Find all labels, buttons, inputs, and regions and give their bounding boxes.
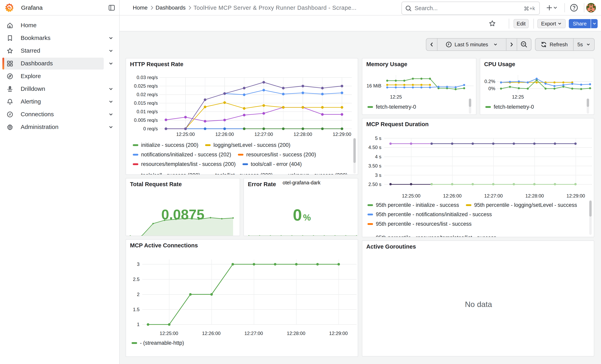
svg-text:0.02 req/s: 0.02 req/s [137, 92, 158, 97]
svg-text:12:26:00: 12:26:00 [202, 331, 220, 336]
svg-text:12:27:00: 12:27:00 [244, 331, 263, 336]
svg-text:4.50 s: 4.50 s [369, 145, 381, 150]
svg-text:12:29:00: 12:29:00 [566, 193, 585, 198]
svg-text:3: 3 [137, 261, 140, 267]
svg-text:16 MiB: 16 MiB [367, 83, 381, 89]
svg-text:12:25: 12:25 [512, 94, 524, 99]
svg-text:0.03 req/s: 0.03 req/s [137, 75, 158, 80]
svg-text:12:28:00: 12:28:00 [293, 132, 312, 137]
svg-text:0%: 0% [488, 86, 495, 91]
svg-text:12:27:00: 12:27:00 [484, 193, 503, 198]
svg-text:12:25:00: 12:25:00 [402, 193, 420, 198]
svg-text:12:25:00: 12:25:00 [176, 132, 195, 137]
svg-text:2.5: 2.5 [133, 276, 140, 282]
svg-text:0.01 req/s: 0.01 req/s [137, 109, 158, 114]
svg-text:12:29:00: 12:29:00 [329, 331, 348, 336]
svg-text:12:29:00: 12:29:00 [333, 132, 351, 137]
svg-text:12:25:00: 12:25:00 [160, 331, 178, 336]
svg-text:1.5: 1.5 [133, 307, 140, 312]
svg-text:12:28:00: 12:28:00 [287, 331, 305, 336]
svg-text:5 s: 5 s [375, 136, 381, 141]
svg-text:3.50 s: 3.50 s [369, 163, 381, 168]
svg-text:0.025 req/s: 0.025 req/s [134, 83, 158, 89]
svg-text:0.2%: 0.2% [484, 79, 495, 84]
svg-text:12:25: 12:25 [390, 94, 402, 99]
svg-text:0 req/s: 0 req/s [143, 126, 158, 131]
svg-text:0: 0 [293, 206, 302, 224]
svg-text:0.0875: 0.0875 [161, 207, 204, 222]
svg-text:12:26:00: 12:26:00 [443, 193, 461, 198]
svg-text:%: % [303, 213, 311, 222]
svg-text:12:26:00: 12:26:00 [215, 132, 234, 137]
svg-text:4 s: 4 s [375, 154, 381, 159]
svg-text:0.015 req/s: 0.015 req/s [134, 100, 158, 106]
svg-text:0.005 req/s: 0.005 req/s [134, 118, 158, 123]
svg-text:1: 1 [137, 322, 140, 327]
svg-text:12:27:00: 12:27:00 [254, 132, 273, 137]
svg-text:2: 2 [137, 292, 140, 297]
svg-text:2.50 s: 2.50 s [369, 182, 381, 187]
svg-text:3 s: 3 s [375, 172, 381, 178]
svg-text:12:28:00: 12:28:00 [525, 193, 544, 198]
